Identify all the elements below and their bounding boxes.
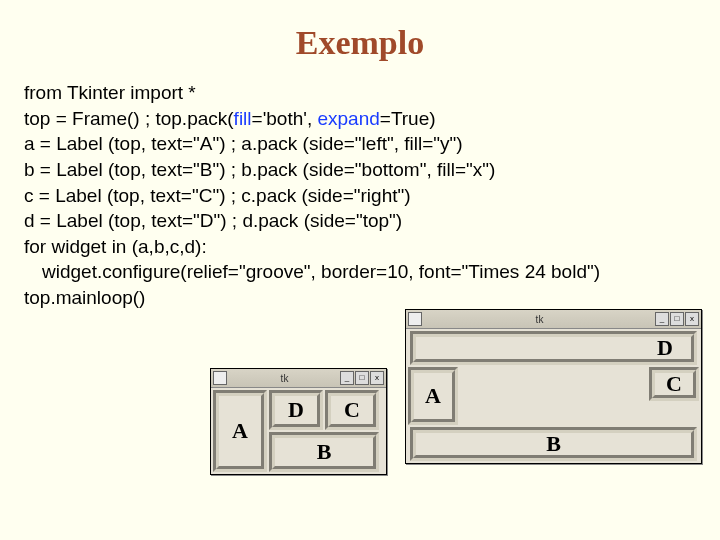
code-line: d = Label (top, text="D") ; d.pack (side… bbox=[24, 208, 720, 234]
minimize-button[interactable]: _ bbox=[655, 312, 669, 326]
label-c: C bbox=[325, 390, 379, 430]
code-line: widget.configure(relief="groove", border… bbox=[24, 259, 720, 285]
window-title: tk bbox=[424, 314, 655, 325]
code-line: for widget in (a,b,c,d): bbox=[24, 234, 720, 260]
maximize-button[interactable]: □ bbox=[670, 312, 684, 326]
code-text: ='both', bbox=[252, 108, 318, 129]
code-text: top = Frame() ; top.pack( bbox=[24, 108, 234, 129]
tk-window-big: tk _ □ x D A C B bbox=[405, 309, 702, 464]
code-keyword: fill bbox=[234, 108, 252, 129]
maximize-button[interactable]: □ bbox=[355, 371, 369, 385]
page-title: Exemplo bbox=[0, 24, 720, 62]
code-line: from Tkinter import * bbox=[24, 80, 720, 106]
code-line: top.mainloop() bbox=[24, 285, 720, 311]
label-b: B bbox=[410, 427, 697, 461]
sysmenu-icon[interactable] bbox=[213, 371, 227, 385]
titlebar[interactable]: tk _ □ x bbox=[211, 369, 386, 388]
code-text: =True) bbox=[380, 108, 436, 129]
sysmenu-icon[interactable] bbox=[408, 312, 422, 326]
close-button[interactable]: x bbox=[685, 312, 699, 326]
label-a: A bbox=[408, 367, 458, 425]
minimize-button[interactable]: _ bbox=[340, 371, 354, 385]
code-line: top = Frame() ; top.pack(fill='both', ex… bbox=[24, 106, 720, 132]
code-text: widget.configure(relief="groove", border… bbox=[42, 261, 600, 282]
label-b: B bbox=[269, 432, 379, 472]
code-keyword: expand bbox=[317, 108, 379, 129]
code-block: from Tkinter import * top = Frame() ; to… bbox=[24, 80, 720, 311]
code-line: c = Label (top, text="C") ; c.pack (side… bbox=[24, 183, 720, 209]
close-button[interactable]: x bbox=[370, 371, 384, 385]
spacer bbox=[460, 367, 647, 425]
tk-window-small: tk _ □ x A D C B bbox=[210, 368, 387, 475]
label-d: D bbox=[269, 390, 323, 430]
label-d: D bbox=[410, 331, 697, 365]
code-line: b = Label (top, text="B") ; b.pack (side… bbox=[24, 157, 720, 183]
window-title: tk bbox=[229, 373, 340, 384]
label-a: A bbox=[213, 390, 267, 472]
screenshot-windows: tk _ □ x A D C B tk _ □ bbox=[180, 340, 710, 530]
label-c: C bbox=[649, 367, 699, 401]
code-line: a = Label (top, text="A") ; a.pack (side… bbox=[24, 131, 720, 157]
titlebar[interactable]: tk _ □ x bbox=[406, 310, 701, 329]
